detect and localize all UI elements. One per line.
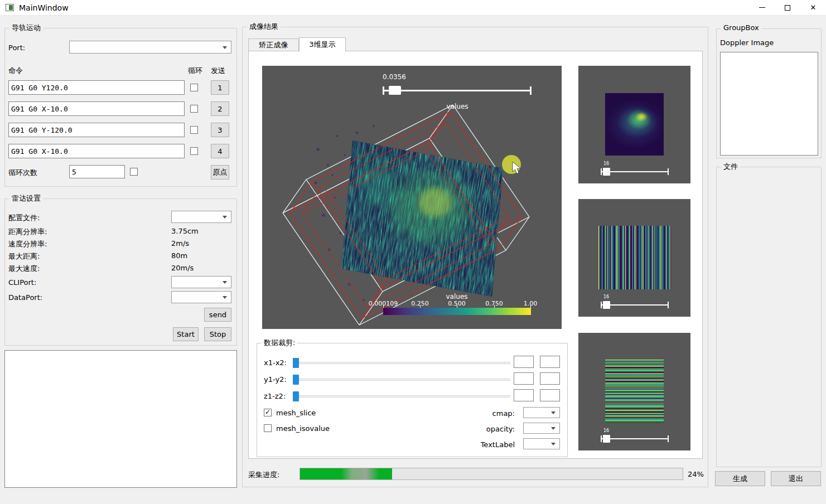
x-range-label: x1-x2: bbox=[264, 358, 287, 367]
command-send-button-1[interactable]: 1 bbox=[211, 80, 229, 95]
isovalue-slider[interactable] bbox=[383, 86, 531, 95]
loop-count-checkbox[interactable] bbox=[130, 168, 138, 176]
maximize-button[interactable] bbox=[775, 0, 800, 16]
cliport-combobox[interactable] bbox=[171, 276, 231, 288]
opacity-combobox[interactable] bbox=[523, 423, 560, 434]
tab-corrected-imaging[interactable]: 矫正成像 bbox=[248, 38, 299, 51]
y-range-label: y1-y2: bbox=[264, 375, 287, 384]
generate-button[interactable]: 生成 bbox=[715, 471, 765, 486]
x1-input[interactable] bbox=[514, 356, 534, 368]
tab-panel-3d: 0.0356 values values 0.000109 0.250 0.50… bbox=[248, 51, 703, 459]
frame-slider-value-1: 16 bbox=[603, 161, 609, 166]
origin-button[interactable]: 原点 bbox=[211, 165, 229, 180]
slider-end-tick bbox=[601, 302, 602, 308]
chevron-down-icon bbox=[223, 296, 227, 299]
maximize-icon bbox=[785, 5, 790, 11]
slider-handle[interactable] bbox=[389, 86, 401, 95]
result-thumbnail-2: 16 bbox=[578, 199, 690, 317]
command-send-button-2[interactable]: 2 bbox=[211, 101, 229, 116]
loop-header: 循环 bbox=[188, 66, 202, 76]
slider-end-tick bbox=[668, 302, 669, 308]
command-header: 命令 bbox=[8, 66, 23, 76]
slider-handle[interactable] bbox=[603, 435, 610, 443]
result-image-2 bbox=[598, 226, 671, 289]
minimize-button[interactable] bbox=[749, 0, 775, 16]
slider-handle[interactable] bbox=[293, 358, 299, 368]
slider-track[interactable] bbox=[383, 90, 531, 91]
slider-track[interactable] bbox=[602, 171, 668, 172]
command-send-button-3[interactable]: 3 bbox=[211, 123, 229, 137]
dataport-combobox[interactable] bbox=[171, 291, 231, 303]
progress-percent: 24% bbox=[688, 470, 704, 478]
y1-input[interactable] bbox=[514, 372, 534, 385]
loop-count-input[interactable] bbox=[69, 165, 125, 178]
rail-motion-title: 导轨运动 bbox=[9, 23, 43, 33]
mesh-isovalue-checkbox[interactable] bbox=[264, 424, 272, 432]
command-input-4[interactable] bbox=[8, 144, 185, 158]
port-combobox[interactable] bbox=[69, 41, 231, 54]
chevron-down-icon bbox=[223, 216, 227, 219]
slider-handle[interactable] bbox=[293, 391, 299, 401]
slider-handle[interactable] bbox=[603, 168, 610, 176]
range-resolution-label: 距离分辨率: bbox=[8, 227, 47, 237]
exit-button[interactable]: 退出 bbox=[771, 471, 821, 486]
mesh-slice-label: mesh_slice bbox=[276, 409, 316, 417]
command-loop-checkbox-4[interactable] bbox=[190, 147, 198, 155]
slider-end-tick bbox=[383, 86, 384, 95]
start-button[interactable]: Start bbox=[173, 327, 199, 341]
dataport-label: DataPort: bbox=[8, 293, 42, 302]
stop-button[interactable]: Stop bbox=[204, 327, 231, 341]
send-button[interactable]: send bbox=[204, 308, 231, 322]
send-header: 发送 bbox=[211, 66, 225, 76]
command-send-button-4[interactable]: 4 bbox=[211, 144, 229, 158]
command-loop-checkbox-2[interactable] bbox=[190, 105, 198, 113]
y2-input[interactable] bbox=[540, 372, 560, 385]
cmap-combobox[interactable] bbox=[523, 407, 560, 418]
colorbar bbox=[383, 308, 531, 315]
y-range-slider[interactable] bbox=[293, 374, 510, 386]
slider-handle[interactable] bbox=[603, 301, 610, 309]
command-loop-checkbox-1[interactable] bbox=[190, 84, 198, 91]
volume-3d-view[interactable]: 0.0356 values values 0.000109 0.250 0.50… bbox=[262, 66, 562, 329]
tab-3d-display[interactable]: 3维显示 bbox=[299, 37, 346, 52]
z-range-slider[interactable] bbox=[293, 390, 510, 403]
doppler-group: GroupBox Doppler Image bbox=[716, 28, 822, 158]
textlabel-combobox[interactable] bbox=[523, 438, 560, 449]
command-loop-checkbox-3[interactable] bbox=[190, 126, 198, 134]
z2-input[interactable] bbox=[540, 389, 560, 401]
mesh-isovalue-label: mesh_isovalue bbox=[276, 424, 330, 433]
slider-end-tick bbox=[668, 435, 669, 442]
slider-track[interactable] bbox=[602, 304, 668, 306]
mouse-cursor-icon bbox=[502, 155, 521, 174]
frame-slider-1[interactable]: 16 bbox=[602, 167, 668, 176]
slider-track[interactable] bbox=[293, 362, 510, 364]
command-input-3[interactable] bbox=[8, 123, 185, 137]
close-icon: ✕ bbox=[810, 4, 817, 11]
opacity-label: opacity: bbox=[452, 425, 515, 433]
doppler-image-box bbox=[720, 52, 818, 156]
mesh-slice-checkbox[interactable] bbox=[264, 409, 272, 416]
minimize-icon bbox=[759, 7, 765, 8]
x-range-slider[interactable] bbox=[293, 357, 510, 369]
frame-slider-3[interactable]: 16 bbox=[602, 434, 668, 443]
z-range-label: z1-z2: bbox=[264, 392, 286, 400]
log-list[interactable] bbox=[4, 350, 237, 488]
chevron-down-icon bbox=[551, 443, 556, 445]
command-input-2[interactable] bbox=[8, 101, 185, 116]
command-input-1[interactable] bbox=[8, 80, 185, 95]
chevron-down-icon bbox=[223, 281, 227, 284]
frame-slider-2[interactable]: 16 bbox=[602, 301, 668, 309]
file-group-title: 文件 bbox=[721, 162, 740, 172]
imaging-results-title: 成像结果 bbox=[247, 22, 281, 32]
config-file-combobox[interactable] bbox=[171, 211, 231, 223]
close-button[interactable]: ✕ bbox=[800, 0, 826, 16]
data-crop-title: 数据裁剪: bbox=[262, 338, 297, 348]
slider-handle[interactable] bbox=[293, 375, 299, 385]
slider-track[interactable] bbox=[293, 379, 510, 381]
slider-track[interactable] bbox=[293, 395, 510, 398]
loop-count-label: 循环次数 bbox=[8, 168, 37, 178]
frame-slider-value-2: 16 bbox=[603, 294, 609, 299]
x2-input[interactable] bbox=[540, 356, 560, 368]
z1-input[interactable] bbox=[514, 389, 534, 401]
slider-track[interactable] bbox=[602, 438, 668, 439]
